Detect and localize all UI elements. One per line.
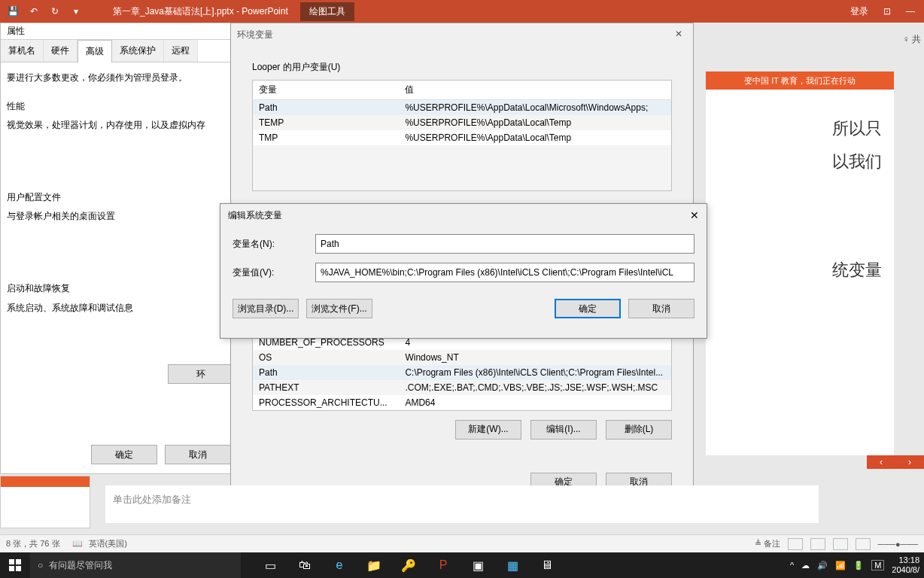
user-vars-table[interactable]: 变量 值 Path%USERPROFILE%\AppData\Local\Mic… [252,80,672,191]
document-title: 第一章_Java基础语法[上].pptx - PowerPoint [113,5,288,18]
slide-line-3: 统变量 [718,254,882,287]
ime-indicator[interactable]: M [871,560,884,570]
var-name-label: 变量名(N): [233,238,315,251]
userprofile-desc: 与登录帐户相关的桌面设置 [7,208,234,225]
network-icon[interactable]: 📶 [835,561,846,570]
sys-edit-button[interactable]: 编辑(I)... [530,420,597,440]
table-row[interactable]: Path%USERPROFILE%\AppData\Local\Microsof… [253,100,672,116]
drawing-tools-tab[interactable]: 绘图工具 [300,2,354,21]
table-row[interactable]: OSWindows_NT [253,350,672,365]
start-button[interactable] [0,552,30,578]
svg-rect-1 [16,559,21,564]
user-vars-label: Looper 的用户变量(U) [252,61,672,74]
tab-computer-name[interactable]: 算机名 [1,40,44,62]
startup-title: 启动和故障恢复 [7,281,234,297]
tab-advanced[interactable]: 高级 [78,40,112,62]
reading-view-icon[interactable] [833,538,848,550]
browse-file-button[interactable]: 浏览文件(F)... [306,299,372,318]
tab-hardware[interactable]: 硬件 [44,40,78,62]
store-icon[interactable]: 🛍 [287,552,322,578]
startup-desc: 系统启动、系统故障和调试信息 [7,300,234,317]
cortana-search[interactable]: ○ 有问题尽管问我 [30,552,241,578]
cortana-icon: ○ [38,560,43,570]
tray-expand-icon[interactable]: ^ [790,561,794,570]
app-icon-3[interactable]: 🖥 [530,552,564,578]
ribbon-options-icon[interactable]: ⊡ [883,6,891,17]
table-row[interactable]: PathC:\Program Files (x86)\Intel\iCLS Cl… [253,365,672,380]
props-cancel-button[interactable]: 取消 [165,445,231,464]
date: 2040/8/ [892,565,919,575]
save-icon[interactable]: 💾 [6,5,20,18]
props-ok-button[interactable]: 确定 [91,445,157,464]
login-link[interactable]: 登录 [850,5,868,18]
redo-icon[interactable]: ↻ [48,5,62,18]
tab-system-protection[interactable]: 系统保护 [112,40,164,62]
table-row[interactable]: TMP%USERPROFILE%\AppData\Local\Temp [253,130,672,145]
system-properties-dialog: 属性 算机名 硬件 高级 系统保护 远程 要进行大多数更改，你必须作为管理员登录… [0,23,241,474]
powerpoint-icon[interactable]: P [426,552,460,578]
admin-note: 要进行大多数更改，你必须作为管理员登录。 [7,70,234,87]
svg-rect-3 [16,566,21,571]
col-variable[interactable]: 变量 [253,81,400,100]
slideshow-view-icon[interactable] [856,538,871,550]
notes-pane[interactable]: 单击此处添加备注 [105,485,819,523]
slide-line-2: 以我们 [718,145,882,178]
spellcheck-icon[interactable]: 📖 [72,539,83,549]
windows-taskbar: ○ 有问题尽管问我 ▭ 🛍 e 📁 🔑 P ▣ ▦ 🖥 ^ ☁ 🔊 📶 🔋 M … [0,552,924,578]
slide-canvas: 变中国 IT 教育，我们正在行动 所以只 以我们 统变量 ‹ › [706,71,894,455]
edit-cancel-button[interactable]: 取消 [628,299,695,318]
env-close-icon[interactable]: ✕ [675,29,687,41]
slide-line-1: 所以只 [718,112,882,145]
zoom-slider[interactable]: ───●─── [878,540,918,549]
powerpoint-titlebar: 💾 ↶ ↻ ▾ 第一章_Java基础语法[上].pptx - PowerPoin… [0,0,924,23]
onedrive-icon[interactable]: ☁ [801,561,810,570]
normal-view-icon[interactable] [788,538,803,550]
userprofile-title: 用户配置文件 [7,190,234,206]
table-row[interactable]: TEMP%USERPROFILE%\AppData\Local\Temp [253,115,672,130]
slide-count: 8 张，共 76 张 [6,538,60,549]
sorter-view-icon[interactable] [810,538,825,550]
system-vars-table[interactable]: NUMBER_OF_PROCESSORS4 OSWindows_NT PathC… [252,334,672,411]
slide-thumbnail[interactable] [0,476,90,528]
minimize-icon[interactable]: — [906,6,915,17]
cmd-icon[interactable]: ▣ [460,552,495,578]
explorer-icon[interactable]: 📁 [357,552,391,578]
sys-delete-button[interactable]: 删除(L) [606,420,672,440]
env-vars-button[interactable]: 环 [168,364,234,384]
battery-icon[interactable]: 🔋 [853,561,864,570]
share-button[interactable]: ♀ 共 [903,33,921,46]
edit-close-icon[interactable]: ✕ [690,209,699,221]
language-status[interactable]: 英语(美国) [89,538,127,549]
next-slide-button[interactable]: › [895,455,924,469]
edit-ok-button[interactable]: 确定 [555,299,621,318]
slide-banner: 变中国 IT 教育，我们正在行动 [706,71,894,90]
env-dialog-title: 环境变量 [237,29,273,41]
browse-dir-button[interactable]: 浏览目录(D)... [233,299,299,318]
qat-dropdown-icon[interactable]: ▾ [69,5,83,18]
clock[interactable]: 13:18 2040/8/ [892,555,919,575]
tab-remote[interactable]: 远程 [164,40,198,62]
svg-rect-2 [9,566,14,571]
col-value[interactable]: 值 [399,81,671,100]
table-row[interactable]: PROCESSOR_ARCHITECTU...AMD64 [253,395,672,411]
volume-icon[interactable]: 🔊 [817,561,828,570]
task-view-icon[interactable]: ▭ [253,552,287,578]
status-bar: 8 张，共 76 张 📖 英语(美国) ≜ 备注 ───●─── [0,534,924,552]
time: 13:18 [892,555,919,565]
app-icon-1[interactable]: 🔑 [391,552,426,578]
edge-icon[interactable]: e [322,552,357,578]
prev-slide-button[interactable]: ‹ [867,455,895,469]
notes-toggle[interactable]: ≜ 备注 [755,538,780,549]
undo-icon[interactable]: ↶ [27,5,41,18]
app-icon-2[interactable]: ▦ [495,552,530,578]
var-value-label: 变量值(V): [233,266,315,279]
sys-new-button[interactable]: 新建(W)... [455,420,521,440]
performance-title: 性能 [7,99,234,115]
slide-text-box[interactable]: 所以只 以我们 统变量 [706,90,894,309]
quick-access-toolbar: 💾 ↶ ↻ ▾ [0,5,83,18]
var-name-input[interactable] [315,234,695,254]
var-value-input[interactable] [315,263,695,282]
edit-dialog-title: 编辑系统变量 [228,209,282,222]
table-row[interactable]: PATHEXT.COM;.EXE;.BAT;.CMD;.VBS;.VBE;.JS… [253,380,672,395]
svg-rect-0 [9,559,14,564]
